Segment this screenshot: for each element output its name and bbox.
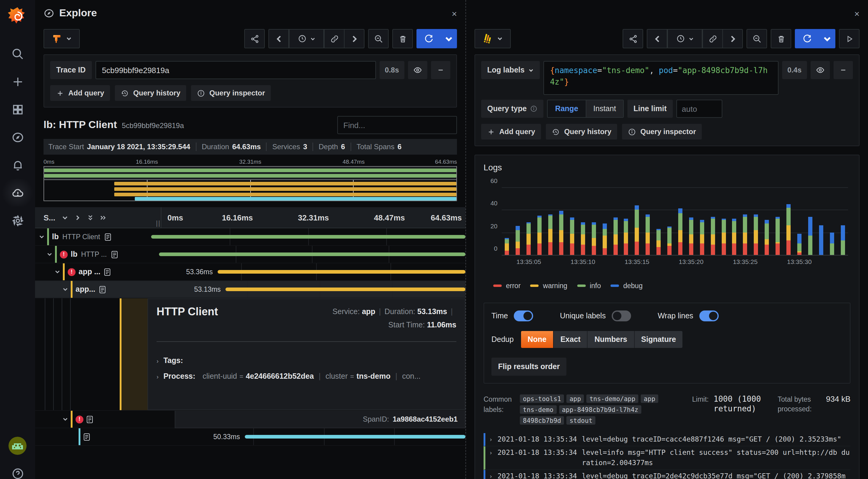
log-labels-button[interactable]: Log labels	[481, 61, 540, 79]
dedup-option-numbers[interactable]: Numbers	[587, 331, 634, 348]
histogram-bar[interactable]	[840, 226, 845, 255]
query-type-option-instant[interactable]: Instant	[585, 100, 623, 117]
query-inspector-button[interactable]: Query inspector	[191, 85, 271, 101]
span-duration-bar[interactable]	[225, 287, 465, 291]
close-right-pane-icon[interactable]: ×	[854, 9, 860, 18]
histogram-bar[interactable]	[646, 214, 650, 255]
flip-results-order-button[interactable]: Flip results order	[491, 357, 566, 376]
dashboards-icon[interactable]	[0, 96, 35, 123]
dedup-option-none[interactable]: None	[521, 331, 553, 348]
span-row[interactable]: 50.33ms	[35, 428, 465, 446]
histogram-bar[interactable]	[808, 216, 812, 255]
search-icon[interactable]	[0, 40, 35, 68]
dedup-option-signature[interactable]: Signature	[634, 331, 682, 348]
chevron-down-icon[interactable]	[39, 234, 45, 240]
clear-all-trash-button[interactable]	[392, 29, 413, 48]
span-duration-bar[interactable]	[159, 252, 465, 256]
span-duration-bar[interactable]	[151, 235, 465, 239]
trace-find-input[interactable]: Find...	[337, 116, 457, 134]
run-query-dropdown-button[interactable]	[819, 29, 835, 48]
remove-query-button[interactable]	[431, 61, 450, 79]
histogram-bar[interactable]	[797, 234, 802, 255]
line-limit-input[interactable]: auto	[676, 100, 722, 118]
time-forward-button[interactable]	[345, 29, 365, 48]
time-picker-button[interactable]	[667, 29, 702, 48]
add-query-button[interactable]: Add query	[50, 85, 110, 101]
histogram-bar[interactable]	[635, 205, 639, 255]
remove-query-button[interactable]	[834, 61, 853, 79]
toggle-wrap-lines[interactable]	[700, 310, 719, 321]
user-avatar[interactable]	[8, 437, 27, 455]
log-row[interactable]: › 2021-01-18 13:35:34 level=debug traceI…	[484, 470, 850, 479]
create-plus-icon[interactable]	[0, 68, 35, 96]
histogram-bar[interactable]	[537, 215, 541, 255]
query-history-button[interactable]: Query history	[115, 85, 186, 101]
expand-log-row-icon[interactable]: ›	[489, 448, 497, 468]
span-row[interactable]: ! SpanID:1a9868ac4152eeb1	[35, 411, 465, 428]
add-query-button[interactable]: Add query	[481, 124, 541, 140]
expand-all-icon[interactable]	[99, 214, 106, 221]
histogram-bar[interactable]	[732, 219, 737, 255]
settings-gear-icon[interactable]	[0, 207, 35, 234]
column-resize-handle[interactable]: ||	[156, 219, 161, 228]
histogram-bar[interactable]	[689, 218, 693, 255]
time-back-button[interactable]	[647, 29, 667, 48]
live-tail-play-button[interactable]	[839, 29, 860, 48]
histogram-bar[interactable]	[667, 227, 672, 255]
span-row[interactable]: ! lb HTTP ...	[35, 246, 465, 263]
histogram-bar[interactable]	[656, 229, 661, 255]
toggle-visibility-eye-button[interactable]	[408, 61, 427, 79]
legend-item-debug[interactable]: debug	[611, 282, 643, 289]
zoom-out-button[interactable]	[368, 29, 389, 48]
close-left-pane-icon[interactable]: ×	[452, 9, 457, 18]
query-history-button[interactable]: Query history	[546, 124, 617, 140]
help-icon[interactable]	[0, 466, 35, 479]
chevron-down-icon[interactable]	[62, 416, 68, 422]
sync-times-link-button[interactable]	[702, 29, 723, 48]
span-logs-icon[interactable]	[104, 268, 111, 276]
share-shortened-link-button[interactable]	[623, 29, 643, 48]
query-inspector-button[interactable]: Query inspector	[622, 124, 702, 140]
legend-item-warning[interactable]: warning	[530, 282, 567, 289]
dedup-option-exact[interactable]: Exact	[553, 331, 587, 348]
expand-log-row-icon[interactable]: ›	[489, 471, 497, 479]
time-forward-button[interactable]	[723, 29, 743, 48]
toggle-time[interactable]	[514, 310, 533, 321]
span-row[interactable]: lb HTTP Client	[35, 228, 465, 246]
span-row[interactable]: app... 53.13ms	[35, 281, 465, 298]
query-type-option-range[interactable]: Range	[548, 100, 585, 117]
grafana-logo[interactable]	[7, 6, 28, 27]
chevron-down-icon[interactable]	[46, 251, 53, 257]
histogram-bar[interactable]	[548, 214, 553, 255]
toggle-visibility-eye-button[interactable]	[811, 61, 830, 79]
share-shortened-link-button[interactable]	[244, 29, 265, 48]
span-logs-icon[interactable]	[87, 415, 93, 423]
trace-id-input[interactable]: 5cb99bbf9e29819a	[95, 61, 376, 79]
explore-compass-icon[interactable]	[0, 123, 35, 151]
span-logs-icon[interactable]	[84, 433, 90, 441]
collapse-all-icon[interactable]	[87, 214, 93, 221]
expand-one-icon[interactable]	[74, 214, 81, 221]
histogram-bar[interactable]	[711, 216, 715, 255]
run-query-button[interactable]	[416, 29, 441, 48]
span-duration-bar[interactable]	[245, 435, 465, 439]
expand-log-row-icon[interactable]: ›	[489, 434, 497, 445]
span-process-row[interactable]: ›Process:client-uuid=4e24666612b52dea|cl…	[157, 372, 456, 381]
histogram-bar[interactable]	[570, 218, 574, 255]
span-tags-row[interactable]: ›Tags:	[157, 356, 456, 365]
time-picker-button[interactable]	[289, 29, 324, 48]
histogram-bar[interactable]	[776, 216, 780, 255]
histogram-bar[interactable]	[786, 204, 790, 255]
histogram-bar[interactable]	[591, 222, 596, 255]
toggle-unique-labels[interactable]	[612, 310, 631, 321]
histogram-bar[interactable]	[819, 226, 823, 255]
datasource-picker-loki[interactable]	[474, 29, 511, 48]
span-duration-bar[interactable]	[218, 270, 465, 274]
histogram-bar[interactable]	[613, 218, 617, 255]
legend-item-error[interactable]: error	[493, 282, 521, 289]
cloud-alert-icon[interactable]	[0, 179, 35, 207]
histogram-bar[interactable]	[559, 211, 563, 255]
histogram-bar[interactable]	[700, 220, 704, 255]
datasource-picker-tempo[interactable]	[43, 29, 80, 48]
run-query-dropdown-button[interactable]	[441, 29, 457, 48]
